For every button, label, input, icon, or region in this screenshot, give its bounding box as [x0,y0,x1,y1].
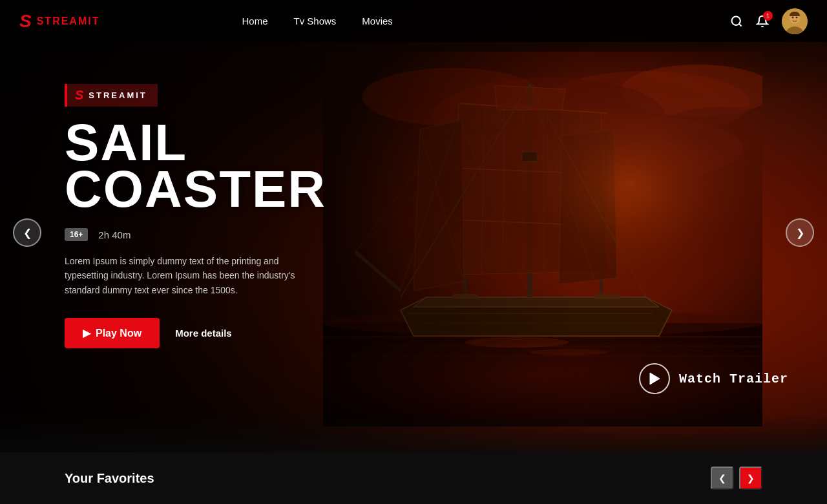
hero-next-button[interactable]: ❯ [786,218,814,247]
svg-point-48 [792,16,794,18]
hero-brand-text: STREAMIT [89,90,147,100]
favorites-section: Your Favorites ❮ ❯ [0,452,827,504]
hero-brand-s-logo: S [75,88,83,103]
play-triangle-icon [649,372,660,385]
watch-trailer-button[interactable]: Watch Trailer [639,363,788,394]
play-button-label: Play Now [96,328,141,339]
more-details-button[interactable]: More details [175,328,232,339]
nav-item-tvshows[interactable]: Tv Shows [293,16,336,27]
nav-item-movies[interactable]: Movies [362,16,393,27]
navbar-logo[interactable]: S STREAMIT [19,11,99,32]
search-icon [730,15,743,28]
hero-title: SAIL COASTER [65,120,326,213]
hero-meta: 16+ 2h 40m [65,228,326,241]
hero-section: ❮ ❯ S STREAMIT SAIL COASTER 16+ 2h 40m L… [0,0,827,465]
navbar: S STREAMIT Home Tv Shows Movies 1 [0,0,827,42]
nav-link-home[interactable]: Home [242,16,267,26]
svg-marker-41 [650,373,660,384]
favorites-next-button[interactable]: ❯ [739,467,762,490]
svg-line-43 [739,23,742,26]
hero-description: Lorem Ipsum is simply dummy text of the … [65,254,317,297]
duration-text: 2h 40m [98,229,131,240]
svg-point-42 [732,16,740,25]
user-avatar-image [782,8,808,34]
hero-action-buttons: ▶ Play Now More details [65,318,326,348]
notifications-button[interactable]: 1 [756,15,769,28]
notification-count: 1 [763,11,773,21]
logo-text: STREAMIT [37,16,100,27]
navbar-nav: Home Tv Shows Movies [242,16,392,27]
search-button[interactable] [730,15,743,28]
svg-point-49 [796,16,798,18]
favorites-prev-button[interactable]: ❮ [711,467,734,490]
navbar-actions: 1 [730,8,808,34]
play-icon: ▶ [83,327,90,339]
favorites-navigation: ❮ ❯ [711,467,762,490]
logo-s-letter: S [19,11,32,32]
watch-trailer-label: Watch Trailer [679,372,788,386]
age-rating-badge: 16+ [65,228,88,241]
user-avatar[interactable] [782,8,808,34]
play-now-button[interactable]: ▶ Play Now [65,318,160,348]
hero-content: S STREAMIT SAIL COASTER 16+ 2h 40m Lorem… [65,84,326,348]
favorites-title: Your Favorites [65,471,154,486]
hero-prev-button[interactable]: ❮ [13,218,41,247]
nav-link-movies[interactable]: Movies [362,16,393,26]
trailer-play-icon [639,363,670,394]
hero-brand-badge: S STREAMIT [65,84,158,107]
nav-link-tvshows[interactable]: Tv Shows [293,16,336,26]
nav-item-home[interactable]: Home [242,16,267,27]
